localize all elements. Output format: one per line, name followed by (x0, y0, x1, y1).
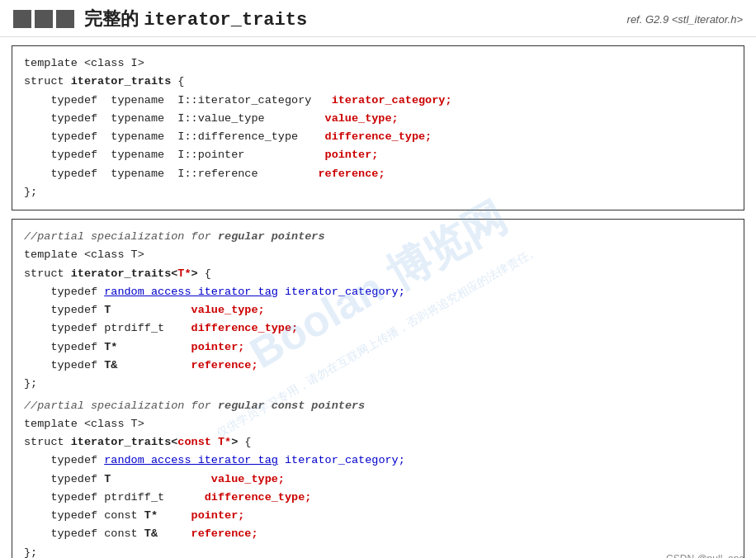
s2-line5: typedef T& reference; (24, 357, 732, 375)
comment2: //partial specialization for regular con… (24, 397, 732, 415)
header-icons (13, 10, 74, 28)
section1-code: template <class I> struct iterator_trait… (24, 54, 732, 201)
icon3 (56, 10, 74, 28)
reference-label: ref. G2.9 <stl_iterator.h> (627, 13, 743, 26)
page-wrapper: 完整的 iterator_traits ref. G2.9 <stl_itera… (0, 0, 756, 558)
s3-line1: typedef random_access_iterator_tag itera… (24, 452, 732, 470)
s2-line4: typedef T* pointer; (24, 338, 732, 357)
s2-line1: typedef random_access_iterator_tag itera… (24, 283, 732, 301)
s3-line3: typedef ptrdiff_t difference_type; (24, 489, 732, 507)
s3-line2: typedef T value_type; (24, 471, 732, 489)
s3-struct: struct iterator_traits<const T*> { (24, 433, 732, 452)
s2-line3: typedef ptrdiff_t difference_type; (24, 319, 732, 338)
s2-line2: typedef T value_type; (24, 301, 732, 319)
s3-line4: typedef const T* pointer; (24, 507, 732, 525)
line-typedef5: typedef typename I::reference reference; (24, 165, 732, 183)
s3-line5: typedef const T& reference; (24, 525, 732, 543)
s3-template: template <class T> (24, 415, 732, 433)
line-typedef3: typedef typename I::difference_type diff… (24, 128, 732, 146)
page-title: 完整的 iterator_traits (84, 7, 627, 31)
line-typedef1: typedef typename I::iterator_category it… (24, 92, 732, 110)
line-typedef2: typedef typename I::value_type value_typ… (24, 110, 732, 128)
icon1 (13, 10, 31, 28)
csdn-label: CSDN @null_one (666, 553, 744, 558)
line-close1: }; (24, 183, 732, 201)
s3-close: }; (24, 544, 732, 558)
line-template: template <class I> (24, 54, 732, 73)
line-struct: struct iterator_traits { (24, 73, 732, 91)
section2-box: //partial specialization for regular poi… (12, 219, 744, 558)
s2-struct: struct iterator_traits<T*> { (24, 265, 732, 283)
s2-close: }; (24, 375, 732, 393)
header: 完整的 iterator_traits ref. G2.9 <stl_itera… (0, 0, 756, 37)
s2-template: template <class T> (24, 246, 732, 264)
icon2 (35, 10, 53, 28)
section1-box: template <class I> struct iterator_trait… (12, 45, 744, 210)
section2-code: //partial specialization for regular poi… (24, 228, 732, 558)
line-typedef4: typedef typename I::pointer pointer; (24, 146, 732, 164)
comment1: //partial specialization for regular poi… (24, 228, 732, 246)
